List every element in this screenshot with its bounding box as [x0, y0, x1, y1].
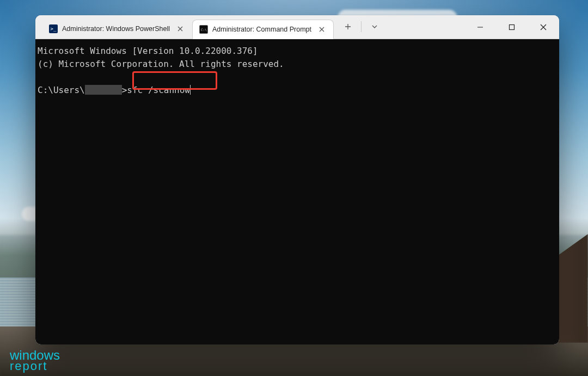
svg-rect-7 [510, 25, 514, 30]
close-icon [540, 24, 547, 30]
close-icon [177, 26, 183, 32]
minimize-button[interactable] [464, 15, 496, 39]
titlebar[interactable]: >_ Administrator: Windows PowerShell Adm… [35, 15, 559, 39]
chevron-down-icon [371, 23, 378, 30]
terminal-body[interactable]: Microsoft Windows [Version 10.0.22000.37… [35, 39, 559, 344]
cmd-icon [199, 25, 208, 34]
new-tab-button[interactable] [338, 19, 358, 34]
prompt-suffix: > [122, 85, 127, 95]
divider [361, 21, 362, 32]
redacted-username [85, 85, 122, 95]
plus-icon [345, 23, 351, 30]
maximize-icon [509, 24, 515, 30]
tab-label: Administrator: Command Prompt [212, 26, 311, 33]
close-tab-button[interactable] [174, 23, 186, 35]
tab-command-prompt[interactable]: Administrator: Command Prompt [192, 20, 334, 39]
watermark: windows report [10, 349, 60, 372]
tab-label: Administrator: Windows PowerShell [62, 25, 170, 33]
version-line: Microsoft Windows [Version 10.0.22000.37… [38, 46, 258, 56]
copyright-line: (c) Microsoft Corporation. All rights re… [38, 59, 284, 69]
prompt-path-prefix: C:\Users\ [38, 85, 85, 95]
annotation-highlight-box [132, 71, 217, 90]
close-tab-button[interactable] [316, 23, 328, 35]
tab-controls [334, 15, 384, 39]
tab-strip: >_ Administrator: Windows PowerShell Adm… [42, 15, 334, 39]
terminal-window: >_ Administrator: Windows PowerShell Adm… [35, 15, 559, 344]
close-icon [319, 27, 324, 32]
minimize-icon [477, 24, 483, 30]
close-window-button[interactable] [528, 15, 559, 39]
watermark-line2: report [10, 361, 60, 372]
tab-powershell[interactable]: >_ Administrator: Windows PowerShell [42, 19, 192, 39]
powershell-icon: >_ [49, 24, 58, 33]
tab-dropdown-button[interactable] [365, 19, 384, 34]
caption-buttons [464, 15, 559, 39]
maximize-button[interactable] [496, 15, 528, 39]
